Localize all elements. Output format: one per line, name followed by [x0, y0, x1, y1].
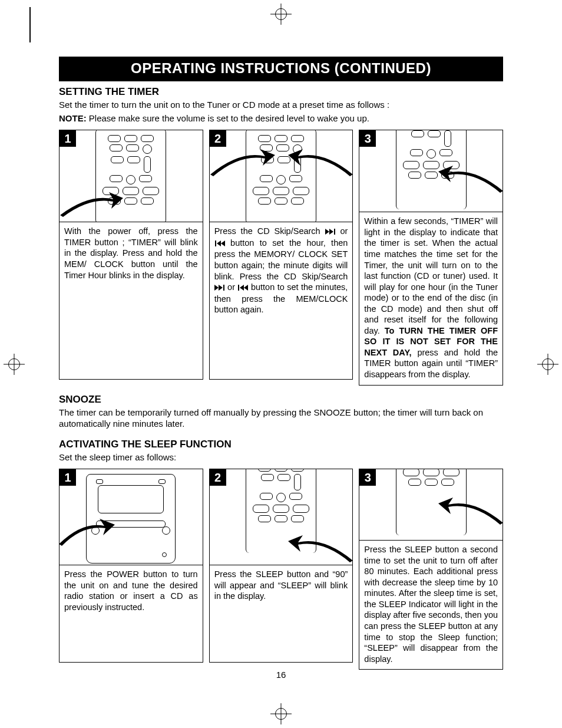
step-badge: 2: [210, 130, 226, 147]
sleep-steps-row: 1 Press the POWER button to turn the uni…: [59, 469, 503, 670]
text-fragment: Press the CD Skip/Search: [214, 226, 325, 236]
note-text: Please make sure the volume is set to th…: [87, 113, 369, 123]
timer-step-1: 1 With the power off, press the TIMER bu…: [59, 130, 203, 385]
timer-step-3-text: Within a few seconds, “TIMER” will light…: [359, 212, 503, 385]
sleep-step-1-text: Press the POWER button to turn the unit …: [59, 565, 203, 663]
text-fragment: or: [340, 226, 348, 236]
crop-mark-icon: [29, 7, 35, 42]
remote-control-icon: [95, 130, 166, 222]
sleep-step-3: 3 Press the SLEEP button a second time t…: [359, 469, 503, 670]
text-fragment: button to set the hour, then press the M…: [214, 238, 348, 281]
step-badge: 2: [210, 469, 226, 486]
timer-step-1-illustration: 1: [59, 130, 203, 222]
sleep-step-2-illustration: 2: [209, 469, 353, 565]
page-title-banner: OPERATING INSTRUCTIONS (CONTINUED): [59, 57, 503, 81]
text-fragment: or: [227, 282, 237, 292]
sleep-step-3-text: Press the SLEEP button a second time to …: [359, 541, 503, 670]
step-badge: 1: [59, 469, 76, 486]
step-badge: 1: [59, 130, 76, 147]
timer-step-1-text: With the power off, press the TIMER butt…: [59, 222, 203, 380]
timer-step-2-illustration: 2: [209, 130, 353, 222]
section-heading-sleep: ACTIVATING THE SLEEP FUNCTION: [59, 439, 503, 450]
remote-control-icon: [246, 130, 316, 222]
manual-page: OPERATING INSTRUCTIONS (CONTINUED) SETTI…: [0, 0, 562, 728]
sleep-step-1: 1 Press the POWER button to turn the uni…: [59, 469, 203, 670]
sleep-step-3-illustration: 3: [359, 469, 503, 541]
skip-back-icon: [214, 238, 225, 249]
remote-control-icon: [396, 469, 467, 535]
registration-mark-icon: [537, 354, 558, 375]
page-number: 16: [276, 670, 286, 680]
sleep-intro: Set the sleep timer as follows:: [59, 452, 503, 463]
sleep-step-2-text: Press the SLEEP button and “90” will app…: [209, 565, 353, 663]
main-unit-icon: [86, 474, 176, 564]
timer-intro: Set the timer to turn the unit on to the…: [59, 99, 503, 110]
timer-step-3-illustration: 3: [359, 130, 503, 212]
timer-note: NOTE: Please make sure the volume is set…: [59, 113, 503, 124]
note-label: NOTE:: [59, 113, 87, 123]
sleep-step-2: 2 Press the SLEEP button and “90” will a…: [209, 469, 353, 670]
skip-forward-icon: [214, 282, 225, 294]
snooze-text: The timer can be temporarily turned off …: [59, 407, 503, 429]
registration-mark-icon: [270, 703, 292, 724]
timer-steps-row: 1 With the power off, press the TIMER bu…: [59, 130, 503, 385]
remote-control-icon: [396, 130, 467, 209]
registration-mark-icon: [4, 354, 25, 375]
remote-control-icon: [246, 469, 316, 553]
skip-back-icon: [237, 282, 248, 294]
timer-step-2-text: Press the CD Skip/Search or button to se…: [209, 222, 353, 380]
text-fragment: Within a few seconds, “TIMER” will light…: [364, 216, 498, 335]
step-badge: 3: [359, 130, 376, 147]
timer-step-3: 3 Within a few seconds, “TIMER” will lig…: [359, 130, 503, 385]
sleep-step-1-illustration: 1: [59, 469, 203, 565]
timer-step-2: 2 Press the CD Skip/Search: [209, 130, 353, 385]
registration-mark-icon: [270, 4, 292, 25]
skip-forward-icon: [325, 226, 336, 238]
section-heading-timer: SETTING THE TIMER: [59, 86, 503, 98]
step-badge: 3: [359, 469, 376, 486]
section-heading-snooze: SNOOZE: [59, 394, 503, 406]
